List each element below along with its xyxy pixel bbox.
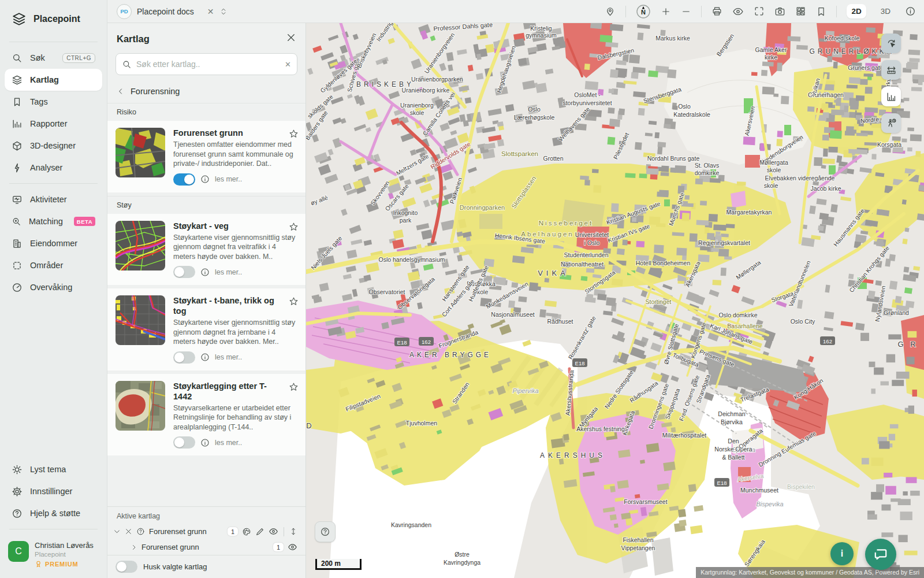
zoom-out-icon[interactable] (681, 6, 691, 17)
map-label: Oslo handelsgymnasium (379, 256, 445, 263)
read-more-link[interactable]: les mer.. (215, 439, 242, 447)
sidebar-item-eiendommer[interactable]: Eiendommer (5, 232, 102, 254)
divider (625, 6, 626, 17)
eye-icon[interactable] (269, 527, 278, 536)
map-canvas[interactable]: 162E18162E18E18 Professor Dahls gateKris… (306, 23, 924, 578)
map-label: Uranienborgparken (411, 76, 463, 83)
sidebar-item-hjelp[interactable]: Hjelp & støtte (5, 502, 102, 524)
info-fab-button[interactable]: i (830, 542, 854, 565)
chat-fab-button[interactable] (865, 539, 896, 570)
remove-layer-icon[interactable] (125, 528, 132, 535)
palette-icon[interactable] (242, 527, 251, 536)
travel-time-tool[interactable] (881, 113, 901, 133)
remember-toggle[interactable] (116, 561, 137, 573)
app-logo[interactable]: Placepoint (0, 0, 107, 37)
layer-card-list: Forurenset grunn Tjenesten omfatter eien… (107, 121, 305, 506)
map-label: Gruners gat (848, 64, 880, 71)
layer-thumbnail (116, 295, 165, 345)
layer-toggle[interactable] (173, 351, 195, 364)
user-account[interactable]: C Christian Løverås Placepoint PREMIUM (0, 534, 107, 572)
road-shield-label: 162 (422, 339, 431, 345)
sidebar-item-analyser[interactable]: Analyser (5, 157, 102, 179)
chevron-right-icon[interactable] (131, 544, 137, 551)
sidebar-item-matching[interactable]: Matching BETA (5, 210, 102, 232)
map-label: Katedralskole (673, 111, 710, 118)
document-chip[interactable]: PD Placepoint docs ✕ (107, 4, 228, 19)
sidebar-item-overvaking[interactable]: Overvåking (5, 276, 102, 298)
info-icon[interactable] (200, 268, 210, 277)
road-shield-label: E18 (575, 360, 585, 366)
layer-toggle[interactable] (173, 173, 195, 186)
sidebar-item-aktiviteter[interactable]: Aktiviteter (5, 188, 102, 210)
sidebar-item-3d-designer[interactable]: 3D-designer (5, 135, 102, 157)
question-icon (320, 527, 330, 537)
road-shield-label: E18 (397, 339, 407, 346)
measure-tool[interactable] (881, 60, 901, 80)
eye-icon[interactable] (288, 542, 297, 552)
mode-3d-button[interactable]: 3D (876, 4, 895, 18)
collapse-icon[interactable] (219, 7, 228, 16)
layer-card-stoykart-veg[interactable]: Støykart - veg Støykartene viser gjennom… (107, 214, 305, 286)
map-label: Nordahl Bruns gate (647, 155, 700, 162)
favorite-star-icon[interactable] (289, 297, 299, 309)
map-label: storbyuniversitetet (562, 99, 612, 106)
brush-icon[interactable] (255, 527, 264, 536)
zoom-in-icon[interactable] (661, 6, 671, 17)
layer-legend-icon (136, 527, 145, 536)
favorite-star-icon[interactable] (289, 382, 299, 394)
layer-toggle[interactable] (173, 436, 195, 449)
chart-tool[interactable] (881, 87, 901, 106)
remember-layers-row[interactable]: Husk valgte kartlag (107, 555, 305, 578)
read-more-link[interactable]: les mer.. (215, 353, 242, 361)
info-icon[interactable] (200, 438, 210, 447)
eye-icon[interactable] (732, 6, 744, 17)
read-more-link[interactable]: les mer.. (215, 175, 242, 183)
favorite-star-icon[interactable] (289, 129, 299, 141)
info-icon[interactable] (905, 6, 916, 17)
svg-text:N: N (641, 9, 646, 16)
camera-icon[interactable] (774, 6, 785, 17)
sidebar-item-sok[interactable]: Søk CTRL+G (5, 47, 102, 69)
map-label: Studenterlunden (564, 251, 608, 258)
layer-card-forurenset-grunn[interactable]: Forurenset grunn Tjenesten omfatter eien… (107, 121, 305, 192)
reorder-icon[interactable] (289, 527, 297, 536)
map-label: Oslo (678, 103, 691, 110)
active-layer-group-row[interactable]: Forurenset grunn 1 (107, 524, 305, 539)
select-rotate-tool[interactable] (881, 34, 901, 53)
sidebar-item-rapporter[interactable]: Rapporter (5, 113, 102, 135)
compass-north-icon[interactable]: N (636, 4, 651, 19)
close-panel-icon[interactable] (286, 32, 296, 45)
read-more-link[interactable]: les mer.. (215, 268, 242, 276)
chevron-down-icon[interactable] (113, 528, 121, 535)
layer-card-stoykart-tbane[interactable]: Støykart - t-bane, trikk og tog Støykart… (107, 288, 305, 370)
active-layer-sub-row[interactable]: Forurenset grunn 1 (107, 539, 305, 555)
favorite-star-icon[interactable] (289, 222, 299, 234)
breadcrumb-back[interactable]: Forurensning (107, 81, 305, 103)
map-label: domkirke (695, 169, 720, 176)
layer-card-t1442[interactable]: Støykartlegging etter T-1442 Støyvarselk… (107, 374, 305, 456)
fullscreen-icon[interactable] (754, 6, 765, 17)
map-label: Kavringdynga (444, 559, 480, 566)
sidebar-item-lyst-tema[interactable]: Lyst tema (5, 458, 102, 480)
road-shield-label: E18 (717, 480, 727, 486)
search-icon (12, 53, 23, 64)
print-icon[interactable] (711, 6, 722, 17)
sidebar-item-kartlag[interactable]: Kartlag (5, 69, 102, 91)
location-share-icon[interactable] (605, 6, 616, 17)
clear-search-icon[interactable]: ✕ (285, 60, 291, 69)
close-doc-icon[interactable]: ✕ (207, 7, 214, 16)
sidebar-item-omrader[interactable]: Områder (5, 254, 102, 276)
mode-2d-button[interactable]: 2D (847, 4, 866, 18)
layer-toggle[interactable] (173, 266, 195, 278)
sidebar-item-innstillinger[interactable]: Innstillinger (5, 480, 102, 502)
thumbnail-grid-icon[interactable] (795, 6, 806, 17)
sidebar-item-tags[interactable]: Tags (5, 91, 102, 113)
info-icon[interactable] (200, 353, 210, 362)
layer-search[interactable]: ✕ (116, 53, 297, 75)
map-label: skole (767, 166, 781, 173)
map-help-button[interactable] (315, 521, 336, 542)
info-icon[interactable] (200, 175, 210, 184)
bookmark-icon[interactable] (816, 6, 826, 17)
search-input[interactable] (136, 60, 280, 69)
beta-badge: BETA (74, 217, 95, 226)
